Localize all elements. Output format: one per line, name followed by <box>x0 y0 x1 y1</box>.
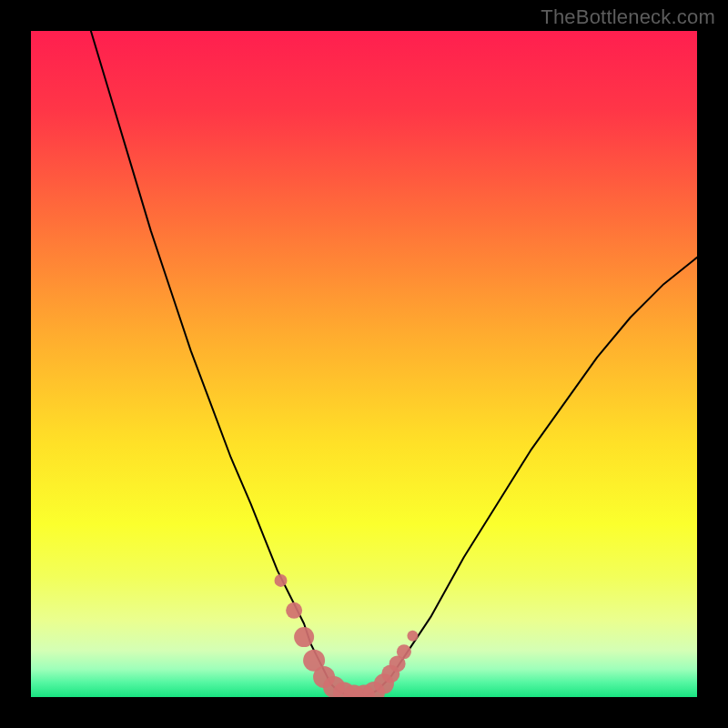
highlight-dot <box>275 574 288 587</box>
highlight-dot <box>397 644 411 659</box>
watermark-text: TheBottleneck.com <box>541 5 715 29</box>
highlight-dot <box>286 602 302 619</box>
highlight-dot <box>294 627 314 647</box>
chart-frame: TheBottleneck.com <box>0 0 728 728</box>
plot-svg <box>31 31 697 697</box>
plot-area <box>31 31 697 697</box>
gradient-background <box>31 31 697 697</box>
highlight-dot <box>407 631 418 642</box>
